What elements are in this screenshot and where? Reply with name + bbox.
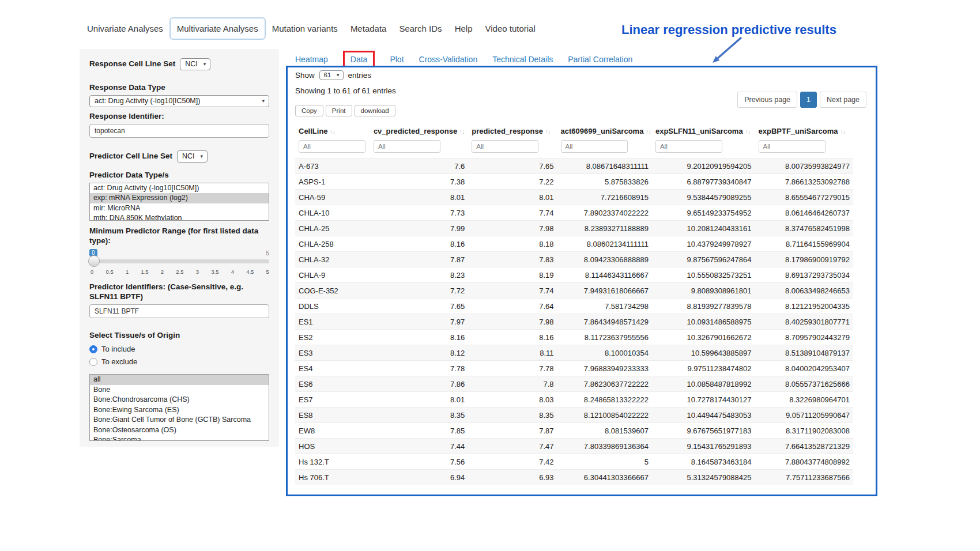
predictor-data-type-listbox[interactable]: act: Drug Activity (-log10[IC50M])exp: m… (89, 183, 269, 221)
table-cell-value: 7.6 (370, 158, 468, 174)
table-row: COG-E-3527.727.747.949316180666679.80893… (295, 283, 853, 299)
listbox-option[interactable]: Bone:Sarcoma (90, 435, 269, 441)
table-cell-cellline: ES3 (295, 345, 370, 361)
panel-tab-heatmap[interactable]: Heatmap (295, 52, 328, 66)
nav-tab-univariate-analyses[interactable]: Univariate Analyses (81, 18, 169, 39)
column-filter-act609699-unisarcoma[interactable] (561, 140, 628, 153)
table-cell-cellline: CHLA-10 (295, 205, 370, 221)
nav-tab-multivariate-analyses[interactable]: Multivariate Analyses (169, 17, 266, 40)
filter-cell (295, 139, 370, 158)
column-filter-predicted-response[interactable] (472, 140, 538, 153)
download-button[interactable]: download (355, 105, 395, 116)
slider-tick-label: 0.5 (106, 269, 114, 275)
panel-tab-technical-details[interactable]: Technical Details (492, 52, 553, 66)
response-data-type-select[interactable]: act: Drug Activity (-log10[IC50M]) ▾ (89, 95, 269, 107)
table-cell-value: 7.99 (370, 221, 468, 236)
table-cell-value: 7.56 (370, 454, 468, 470)
copy-button[interactable]: Copy (295, 105, 323, 116)
sort-icon[interactable]: ↑↓ (459, 128, 465, 135)
results-panel: Show 61 ▾ entries Showing 1 to 61 of 61 … (286, 66, 877, 496)
sort-icon[interactable]: ↑↓ (545, 128, 551, 135)
table-cell-value: 10.2081240433161 (652, 221, 755, 236)
nav-tab-video-tutorial[interactable]: Video tutorial (478, 18, 541, 39)
slider-track[interactable] (89, 259, 269, 263)
table-cell-value: 8.35 (468, 407, 557, 423)
table-cell-value: 10.3267901662672 (652, 330, 755, 345)
table-cell-value: 8.23 (370, 267, 468, 283)
min-predictor-range-slider[interactable]: 0 5 00.511.522.533.544.55 (89, 249, 269, 278)
column-header-expslfn11-unisarcoma[interactable]: expSLFN11_uniSarcoma↑↓ (652, 122, 755, 139)
table-cell-value: 10.4494475483053 (652, 407, 755, 423)
table-cell-value: 8.11723637955556 (557, 330, 652, 345)
table-cell-value: 7.86230637722222 (557, 376, 652, 392)
table-cell-value: 8.09423306888889 (557, 252, 652, 267)
table-cell-value: 9.67675651977183 (652, 423, 755, 439)
nav-tab-metadata[interactable]: Metadata (344, 18, 393, 39)
nav-tab-search-ids[interactable]: Search IDs (393, 18, 448, 39)
next-page-button[interactable]: Next page (820, 92, 866, 108)
column-filter-cv-predicted-response[interactable] (374, 140, 440, 153)
table-cell-value: 7.96883949233333 (557, 361, 652, 376)
column-header-act609699-unisarcoma[interactable]: act609699_uniSarcoma↑↓ (557, 122, 652, 139)
table-row: A-6737.67.658.086716483111119.2012091959… (295, 158, 853, 174)
tissue-listbox[interactable]: allBoneBone:Chondrosarcoma (CHS)Bone:Ewi… (89, 374, 269, 441)
column-filter-cellline[interactable] (299, 140, 365, 153)
table-cell-value: 8.11446343116667 (557, 267, 652, 283)
column-filter-expbptf-unisarcoma[interactable] (759, 140, 826, 153)
table-row: DDLS7.657.647.5817342988.819392778395788… (295, 299, 853, 314)
column-header-cellline[interactable]: CellLine↑↓ (295, 122, 370, 139)
listbox-option[interactable]: exp: mRNA Expression (log2) (90, 193, 269, 203)
slider-tick-label: 5 (266, 269, 269, 275)
page-number-button[interactable]: 1 (800, 92, 817, 108)
response-identifier-input[interactable] (89, 124, 269, 138)
listbox-option[interactable]: Bone:Giant Cell Tumor of Bone (GCTB) Sar… (90, 415, 269, 425)
table-cell-value: 6.93 (468, 470, 557, 485)
predictor-cell-line-set-label: Predictor Cell Line Set (89, 152, 172, 161)
response-cell-line-set-select[interactable]: NCI ▾ (180, 58, 210, 70)
predictor-identifiers-input[interactable] (89, 304, 269, 318)
sort-icon[interactable]: ↑↓ (745, 128, 751, 135)
table-cell-value: 7.98 (468, 221, 557, 236)
radio-button-icon[interactable] (89, 358, 97, 366)
listbox-option[interactable]: Bone:Chondrosarcoma (CHS) (90, 395, 269, 405)
panel-tab-cross-validation[interactable]: Cross-Validation (419, 52, 478, 66)
chevron-down-icon: ▾ (201, 153, 203, 159)
panel-tab-partial-correlation[interactable]: Partial Correlation (568, 52, 632, 66)
panel-tab-plot[interactable]: Plot (390, 52, 404, 66)
table-cell-cellline: ES4 (295, 361, 370, 376)
listbox-option[interactable]: Bone (90, 385, 269, 395)
column-filter-expslfn11-unisarcoma[interactable] (655, 140, 722, 153)
table-cell-value: 7.80339869136364 (557, 439, 652, 454)
listbox-option[interactable]: act: Drug Activity (-log10[IC50M]) (90, 183, 269, 194)
nav-tab-mutation-variants[interactable]: Mutation variants (266, 18, 344, 39)
table-cell-value: 8.81939277839578 (652, 299, 755, 314)
radio-to-include[interactable]: To include (89, 345, 269, 353)
listbox-option[interactable]: Bone:Osteosarcoma (OS) (90, 425, 269, 436)
radio-to-exclude[interactable]: To exclude (89, 357, 269, 366)
show-entries-row: Show 61 ▾ entries (295, 70, 868, 80)
table-cell-value: 7.78 (468, 361, 557, 376)
previous-page-button[interactable]: Previous page (737, 92, 797, 108)
column-header-predicted-response[interactable]: predicted_response↑↓ (468, 122, 557, 139)
column-header-cv-predicted-response[interactable]: cv_predicted_response↑↓ (370, 122, 468, 139)
slider-max-label: 5 (266, 250, 269, 256)
table-row: ES78.018.038.2486581332222210.7278174430… (295, 392, 853, 407)
listbox-option[interactable]: all (90, 375, 269, 385)
annotation-arrow-icon (707, 36, 748, 69)
predictor-cell-line-set-select[interactable]: NCI ▾ (177, 150, 208, 163)
sort-icon[interactable]: ↑↓ (646, 128, 651, 135)
table-cell-value: 7.8 (468, 376, 557, 392)
nav-tab-help[interactable]: Help (448, 18, 479, 39)
sort-icon[interactable]: ↑↓ (840, 128, 846, 135)
entries-count-select[interactable]: 61 ▾ (319, 70, 344, 80)
column-header-expbptf-unisarcoma[interactable]: expBPTF_uniSarcoma↑↓ (755, 122, 854, 139)
table-cell-cellline: EW8 (295, 423, 370, 439)
slider-tick-label: 3 (196, 269, 199, 275)
radio-button-icon[interactable] (89, 345, 97, 353)
print-button[interactable]: Print (326, 105, 352, 116)
listbox-option[interactable]: mir: MicroRNA (90, 203, 269, 214)
listbox-option[interactable]: mth: DNA 850K Methylation (90, 213, 269, 221)
slider-handle[interactable] (88, 255, 100, 267)
sort-icon[interactable]: ↑↓ (330, 128, 336, 135)
listbox-option[interactable]: Bone:Ewing Sarcoma (ES) (90, 405, 269, 416)
